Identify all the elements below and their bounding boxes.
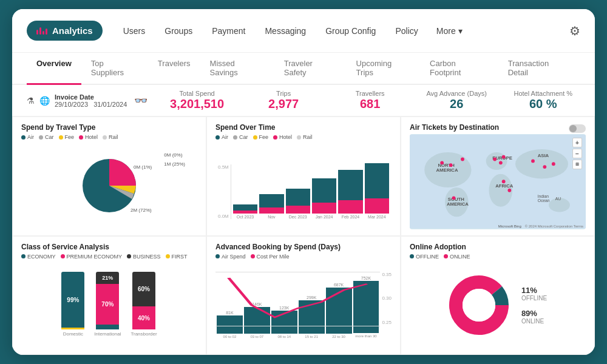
svg-point-29 <box>452 196 456 200</box>
tab-carbon-footprint[interactable]: Carbon Footprint <box>420 53 498 85</box>
invoice-date-label: Invoice Date <box>55 93 127 101</box>
metric-label: Travellers <box>356 90 385 97</box>
zoom-out-btn[interactable]: − <box>572 149 582 158</box>
svg-point-22 <box>502 155 506 159</box>
metric-value: 2,977 <box>268 97 299 111</box>
tab-upcoming-trips[interactable]: Upcoming Trips <box>347 53 420 85</box>
toggle-switch[interactable] <box>569 124 586 133</box>
metric-hotel-attachment: Hotel Attachment % 60 % <box>506 90 580 111</box>
filter-box: ⚗ 🌐 Invoice Date 29/10/2023 31/01/2024 👓 <box>27 93 148 108</box>
svg-point-32 <box>463 289 495 322</box>
metric-value: 3,201,510 <box>170 97 224 111</box>
chart-legend: ECONOMY PREMIUM ECONOMY BUSINESS FIRST <box>21 254 197 260</box>
chart-air-tickets: Air Tickets by Destination <box>401 116 595 236</box>
metric-value: 26 <box>450 97 463 111</box>
chart-online-adoption: Online Adoption OFFLINE ONLINE <box>401 236 595 356</box>
tab-missed-savings[interactable]: Missed Savings <box>200 53 274 85</box>
metric-label: Trips <box>276 90 291 97</box>
chart-title: Spend Over Time <box>215 123 392 132</box>
nav-policy[interactable]: Policy <box>387 22 426 39</box>
date-from: 29/10/2023 <box>55 101 88 108</box>
tabs: Overview Top Suppliers Travelers Missed … <box>12 53 595 85</box>
svg-text:AMERICA: AMERICA <box>436 167 458 173</box>
metric-trips: Trips 2,977 <box>246 90 321 111</box>
filter-icon: ⚗ <box>27 96 35 106</box>
chart-legend: Air Car Fee Hotel Rail <box>21 134 197 140</box>
chart-body: 81K 00 to 02 146K 03 to 07 123K 0 <box>215 262 392 349</box>
filter-date-range: 29/10/2023 31/01/2024 <box>55 101 127 108</box>
more-label: More <box>436 26 456 36</box>
chart-title: Spend by Travel Type <box>21 123 197 132</box>
tab-transaction-detail[interactable]: Transaction Detail <box>498 53 580 85</box>
svg-point-28 <box>507 189 511 192</box>
map-container: NORTH AMERICA EUROPE ASIA AFRICA SOUTH A… <box>410 134 586 229</box>
svg-point-26 <box>552 162 555 166</box>
map-footer: Microsoft Bing © 2024 Microsoft Corporat… <box>498 224 583 228</box>
svg-point-24 <box>531 160 535 163</box>
svg-point-21 <box>493 158 497 161</box>
chart-body: 11% OFFLINE 89% ONLINE <box>410 262 586 349</box>
map-copyright: © 2024 Microsoft Corporation Terms <box>525 224 583 228</box>
svg-point-27 <box>502 180 506 183</box>
metric-label: Hotel Attachment % <box>514 90 572 97</box>
metric-total-spend: Total Spend 3,201,510 <box>160 90 234 111</box>
tab-overview[interactable]: Overview <box>27 53 81 85</box>
gear-icon[interactable]: ⚙ <box>569 24 580 38</box>
chart-adv-booking: Advanced Booking by Spend (Days) Air Spe… <box>206 236 401 356</box>
chart-spend-by-type: Spend by Travel Type Air Car Fee Hotel R… <box>12 116 206 236</box>
app-container: Analytics Users Groups Payment Messaging… <box>12 9 595 355</box>
chart-title: Class of Service Analysis <box>21 243 197 251</box>
online-value: 89% <box>521 309 547 318</box>
tab-traveler-safety[interactable]: Traveler Safety <box>274 53 347 85</box>
logo-text: Analytics <box>52 25 93 36</box>
metric-avg-advance: Avg Advance (Days) 26 <box>419 90 494 111</box>
map-settings-btn[interactable]: ⊞ <box>572 160 582 169</box>
metric-value: 681 <box>360 97 380 111</box>
charts-grid: Spend by Travel Type Air Car Fee Hotel R… <box>12 116 595 355</box>
svg-text:ASIA: ASIA <box>538 153 549 158</box>
chart-body: 0M (0%) 1M (25%) 2M (72%) 0M (1%) <box>21 143 197 229</box>
tab-travelers[interactable]: Travelers <box>148 53 200 85</box>
nav-users[interactable]: Users <box>115 22 154 39</box>
chart-body: 99% Domestic 21% 70% International <box>21 262 197 349</box>
svg-text:AMERICA: AMERICA <box>447 201 469 207</box>
glasses-icon: 👓 <box>134 94 148 107</box>
metric-travellers: Travellers 681 <box>333 90 407 111</box>
chevron-down-icon: ▾ <box>458 26 463 36</box>
svg-point-23 <box>499 161 503 164</box>
offline-value: 11% <box>521 286 547 295</box>
nav-links: Users Groups Payment Messaging Group Con… <box>115 22 552 39</box>
svg-text:AU: AU <box>555 197 561 201</box>
svg-text:AFRICA: AFRICA <box>495 183 514 189</box>
nav-groups[interactable]: Groups <box>156 22 201 39</box>
chart-legend: Air Spend Cost Per Mile <box>215 254 392 260</box>
nav-group-config[interactable]: Group Config <box>317 22 384 39</box>
map-controls: + − ⊞ <box>572 138 582 169</box>
metric-label: Total Spend <box>180 90 215 97</box>
chart-title: Air Tickets by Destination <box>410 123 499 132</box>
chart-class-service: Class of Service Analysis ECONOMY PREMIU… <box>12 236 206 356</box>
donut-chart <box>449 275 509 335</box>
nav-messaging[interactable]: Messaging <box>256 22 314 39</box>
svg-text:Ocean: Ocean <box>538 198 550 203</box>
donut-labels: 11% OFFLINE 89% ONLINE <box>521 286 547 325</box>
svg-point-20 <box>461 158 464 161</box>
svg-point-18 <box>440 161 444 164</box>
chart-body: 0.5M 0.0M Oct 2023 <box>215 143 392 229</box>
zoom-in-btn[interactable]: + <box>572 138 582 147</box>
logo-icon <box>36 27 47 35</box>
svg-point-19 <box>449 163 453 167</box>
nav-payment[interactable]: Payment <box>203 22 254 39</box>
metric-value: 60 % <box>529 97 557 111</box>
nav-more[interactable]: More ▾ <box>429 22 470 39</box>
globe-icon: 🌐 <box>39 96 50 106</box>
chart-title: Advanced Booking by Spend (Days) <box>215 243 392 251</box>
chart-spend-over-time: Spend Over Time Air Car Fee Hotel Rail 0… <box>206 116 401 236</box>
logo: Analytics <box>27 21 103 41</box>
chart-legend: OFFLINE ONLINE <box>410 254 586 260</box>
tab-top-suppliers[interactable]: Top Suppliers <box>81 53 148 85</box>
metric-label: Avg Advance (Days) <box>426 90 486 97</box>
svg-point-25 <box>543 165 546 169</box>
date-to: 31/01/2024 <box>93 101 127 108</box>
filters-row: ⚗ 🌐 Invoice Date 29/10/2023 31/01/2024 👓… <box>12 85 595 116</box>
